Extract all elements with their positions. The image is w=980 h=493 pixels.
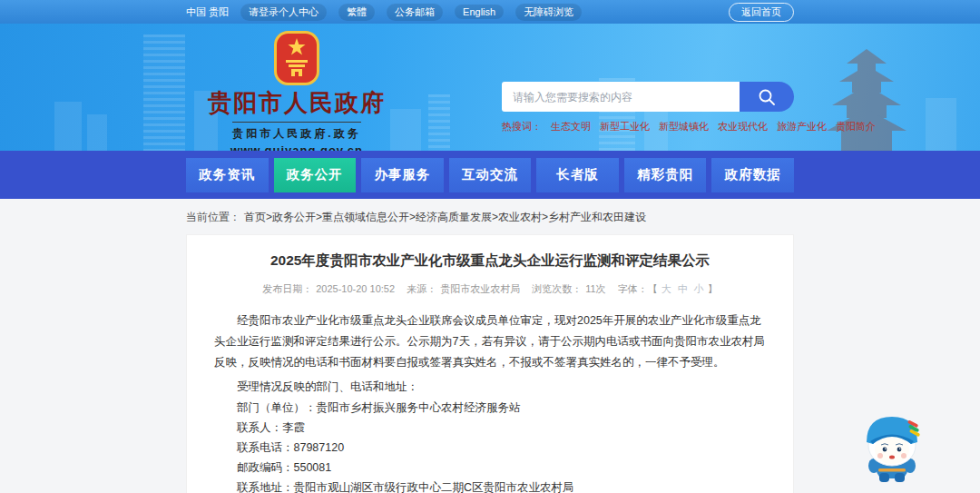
search-icon (757, 87, 777, 107)
site-banner: 贵阳市人民政府 贵阳市人民政府.政务 www.guiyang.gov.cn 热搜… (0, 24, 980, 151)
link-official-mail[interactable]: 公务邮箱 (387, 4, 443, 21)
source-value: 贵阳市农业农村局 (440, 283, 520, 294)
skyline-building (87, 114, 107, 151)
contact-department: 部门（单位）：贵阳市乡村振兴服务中心农村经济服务站 (214, 398, 766, 418)
hot-search-words: 热搜词： 生态文明 新型工业化 新型城镇化 农业现代化 旅游产业化 贵阳简介 (502, 120, 794, 133)
article-card: 2025年度贵阳市农业产业化市级重点龙头企业运行监测和评定结果公示 发布日期：2… (186, 234, 794, 493)
search-input[interactable] (502, 82, 740, 112)
mascot-assistant[interactable] (855, 406, 929, 488)
mascot-icon (855, 406, 929, 484)
publish-date-label: 发布日期： (262, 283, 312, 294)
views-label: 浏览次数： (532, 283, 582, 294)
views-value: 11次 (585, 283, 605, 294)
skyline-building (54, 102, 82, 151)
back-to-home-button[interactable]: 返回首页 (729, 3, 794, 22)
search-button[interactable] (740, 82, 794, 112)
article-title: 2025年度贵阳市农业产业化市级重点龙头企业运行监测和评定结果公示 (214, 251, 766, 271)
link-traditional-chinese[interactable]: 繁體 (338, 4, 375, 21)
skyline-building (926, 98, 956, 151)
top-utility-bar: 中国 贵阳 请登录个人中心 繁體 公务邮箱 English 无障碍浏览 返回首页 (0, 0, 980, 24)
link-accessibility[interactable]: 无障碍浏览 (515, 4, 582, 21)
nav-tab-hudong-jiaoliu[interactable]: 互动交流 (449, 158, 532, 192)
publish-date: 2025-10-20 10:52 (316, 283, 395, 294)
hot-word-link[interactable]: 新型城镇化 (659, 120, 709, 133)
article-paragraph: 经贵阳市农业产业化市级重点龙头企业联席会议成员单位审定，现对2025年开展的农业… (214, 311, 766, 373)
font-size-bracket: 】 (708, 283, 718, 294)
breadcrumb-path[interactable]: 首页>政务公开>重点领域信息公开>经济高质量发展>农业农村>乡村产业和农田建设 (244, 210, 646, 225)
font-size-small[interactable]: 小 (694, 283, 704, 294)
hot-words-label: 热搜词： (502, 120, 542, 133)
font-size-label: 字体：【 (618, 283, 658, 294)
main-navigation: 政务资讯 政务公开 办事服务 互动交流 长者版 精彩贵阳 政府数据 (0, 151, 980, 199)
link-english[interactable]: English (455, 5, 504, 19)
hot-word-link[interactable]: 新型工业化 (600, 120, 650, 133)
hot-word-link[interactable]: 贵阳简介 (836, 120, 876, 133)
hot-word-link[interactable]: 生态文明 (551, 120, 591, 133)
contact-postcode: 邮政编码：550081 (214, 458, 766, 478)
site-url: www.guiyang.gov.cn (230, 143, 363, 151)
font-size-large[interactable]: 大 (662, 283, 671, 294)
link-login-center[interactable]: 请登录个人中心 (240, 4, 327, 21)
contact-person: 联系人：李霞 (214, 418, 766, 438)
article-body: 经贵阳市农业产业化市级重点龙头企业联席会议成员单位审定，现对2025年开展的农业… (214, 311, 766, 493)
source-label: 来源： (407, 283, 436, 294)
nav-tab-zhengwu-zixun[interactable]: 政务资讯 (186, 158, 269, 192)
link-china-guiyang[interactable]: 中国 贵阳 (186, 5, 229, 19)
skyline-building (143, 35, 185, 151)
nav-tab-zhangzheban[interactable]: 长者版 (536, 158, 619, 192)
contact-phone: 联系电话：87987120 (214, 438, 766, 458)
nav-tab-zhengfu-shuju[interactable]: 政府数据 (711, 158, 794, 192)
site-title: 贵阳市人民政府 (208, 87, 386, 119)
article-meta: 发布日期：2025-10-20 10:52 来源：贵阳市农业农村局 浏览次数：1… (214, 282, 766, 296)
breadcrumb: 当前位置： 首页>政务公开>重点领域信息公开>经济高质量发展>农业农村>乡村产业… (186, 199, 794, 225)
pagoda-silhouette (821, 49, 912, 151)
breadcrumb-label: 当前位置： (186, 210, 240, 225)
nav-tab-jingcai-guiyang[interactable]: 精彩贵阳 (624, 158, 707, 192)
article-paragraph: 受理情况反映的部门、电话和地址： (214, 377, 766, 398)
site-logo: 贵阳市人民政府 贵阳市人民政府.政务 www.guiyang.gov.cn (186, 31, 395, 151)
hot-word-link[interactable]: 旅游产业化 (777, 120, 827, 133)
national-emblem-icon (274, 31, 319, 85)
nav-tab-zhengwu-gongkai[interactable]: 政务公开 (274, 158, 357, 192)
site-subtitle: 贵阳市人民政府.政务 (232, 122, 360, 142)
contact-address: 联系地址：贵阳市观山湖区市级行政中心二期C区贵阳市农业农村局 (214, 478, 766, 493)
nav-tab-banshi-fuwu[interactable]: 办事服务 (361, 158, 444, 192)
hot-word-link[interactable]: 农业现代化 (718, 120, 768, 133)
font-size-medium[interactable]: 中 (678, 283, 688, 294)
